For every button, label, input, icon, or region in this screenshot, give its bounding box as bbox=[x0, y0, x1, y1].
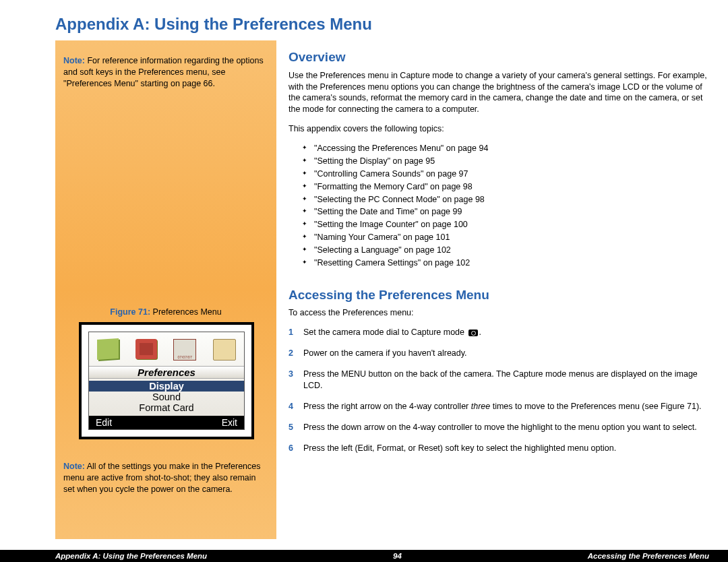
figure-caption-text: Preferences Menu bbox=[153, 307, 222, 317]
menu-item-sound: Sound bbox=[89, 392, 244, 402]
menu-list: Display Sound Format Card bbox=[89, 381, 244, 413]
step-number: 1 bbox=[289, 327, 303, 338]
menu-item-display: Display bbox=[89, 381, 244, 392]
camera-icon bbox=[468, 330, 478, 336]
apps-icon bbox=[135, 339, 157, 359]
topic-item: "Setting the Display" on page 95 bbox=[314, 156, 710, 167]
step-text: Press the right arrow on the 4-way contr… bbox=[303, 401, 710, 412]
content-area: Note: For reference information regardin… bbox=[55, 40, 710, 539]
steps-list: 1 Set the camera mode dial to Capture mo… bbox=[289, 327, 710, 454]
sidebar-note-2: Note: All of the settings you make in th… bbox=[63, 461, 268, 495]
step-text: Press the left (Edit, Format, or Reset) … bbox=[303, 443, 710, 454]
page-footer: Appendix A: Using the Preferences Menu 9… bbox=[0, 550, 728, 562]
menu-item-format: Format Card bbox=[89, 402, 244, 413]
step-text: Power on the camera if you haven't alrea… bbox=[303, 348, 710, 359]
step-number: 6 bbox=[289, 443, 303, 454]
overview-paragraph-2: This appendix covers the following topic… bbox=[289, 123, 710, 135]
topic-item: "Selecting the PC Connect Mode" on page … bbox=[314, 194, 710, 206]
softkey-right: Exit bbox=[222, 417, 237, 428]
topic-item: "Controlling Camera Sounds" on page 97 bbox=[314, 168, 710, 180]
overview-heading: Overview bbox=[289, 49, 710, 66]
topic-item: "Accessing the Preferences Menu" on page… bbox=[314, 143, 710, 154]
step-item: 3 Press the MENU button on the back of t… bbox=[289, 369, 710, 392]
topic-item: "Setting the Image Counter" on page 100 bbox=[314, 219, 710, 230]
topics-list: "Accessing the Preferences Menu" on page… bbox=[289, 143, 710, 269]
topic-item: "Resetting Camera Settings" on page 102 bbox=[314, 257, 710, 269]
menu-title: Preferences bbox=[89, 366, 244, 379]
step-item: 6 Press the left (Edit, Format, or Reset… bbox=[289, 443, 710, 454]
footer-right: Accessing the Preferences Menu bbox=[588, 552, 709, 560]
softkey-left: Edit bbox=[96, 417, 112, 428]
topic-item: "Setting the Date and Time" on page 99 bbox=[314, 206, 710, 218]
note-label: Note: bbox=[63, 56, 85, 65]
note-text: All of the settings you make in the Pref… bbox=[63, 462, 261, 494]
topic-item: "Formatting the Memory Card" on page 98 bbox=[314, 181, 710, 193]
step-number: 4 bbox=[289, 401, 303, 412]
folder-icon bbox=[213, 339, 236, 361]
footer-page-number: 94 bbox=[393, 552, 402, 560]
step-number: 2 bbox=[289, 348, 303, 359]
note-label: Note: bbox=[63, 462, 85, 471]
step-item: 2 Power on the camera if you haven't alr… bbox=[289, 348, 710, 359]
step-number: 3 bbox=[289, 369, 303, 392]
menu-icon-row bbox=[89, 339, 244, 361]
step-text: Set the camera mode dial to Capture mode… bbox=[303, 327, 710, 338]
overview-paragraph-1: Use the Preferences menu in Capture mode… bbox=[289, 70, 710, 116]
step-text: Press the MENU button on the back of the… bbox=[303, 369, 710, 392]
topic-item: "Naming Your Camera" on page 101 bbox=[314, 232, 710, 243]
figure-label: Figure 71: bbox=[110, 307, 150, 317]
note-text: For reference information regarding the … bbox=[63, 56, 264, 88]
step-item: 1 Set the camera mode dial to Capture mo… bbox=[289, 327, 710, 338]
notes-icon bbox=[97, 338, 119, 360]
sidebar-note-1: Note: For reference information regardin… bbox=[63, 55, 268, 90]
step-item: 5 Press the down arrow on the 4-way cont… bbox=[289, 422, 710, 433]
accessing-heading: Accessing the Preferences Menu bbox=[289, 286, 710, 304]
footer-left: Appendix A: Using the Preferences Menu bbox=[55, 552, 207, 560]
softkey-row: Edit Exit bbox=[89, 416, 244, 429]
italic-word: three bbox=[471, 402, 491, 411]
step-text: Press the down arrow on the 4-way contro… bbox=[303, 422, 710, 433]
preferences-menu-figure: Preferences Display Sound Format Card Ed… bbox=[79, 322, 254, 439]
accessing-intro: To access the Preferences menu: bbox=[289, 307, 710, 319]
topic-item: "Selecting a Language" on page 102 bbox=[314, 245, 710, 256]
step-item: 4 Press the right arrow on the 4-way con… bbox=[289, 401, 710, 412]
date-stamp-icon bbox=[173, 339, 196, 361]
step-number: 5 bbox=[289, 422, 303, 433]
main-column: Overview Use the Preferences menu in Cap… bbox=[289, 49, 710, 463]
figure-caption: Figure 71: Preferences Menu bbox=[63, 307, 268, 318]
camera-lcd: Preferences Display Sound Format Card Ed… bbox=[88, 332, 245, 430]
page-title: Appendix A: Using the Preferences Menu bbox=[55, 15, 728, 34]
